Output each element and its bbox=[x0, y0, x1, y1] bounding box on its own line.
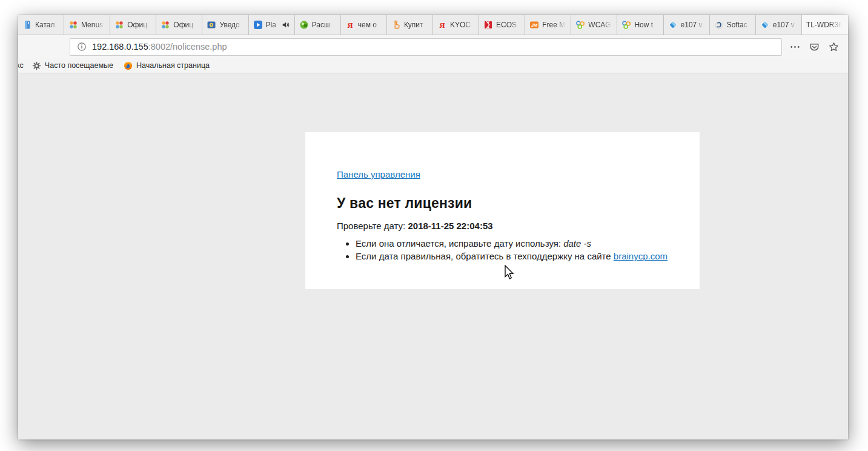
site-info-icon[interactable] bbox=[77, 42, 87, 52]
list-item: Если она отличается, исправьте дату испо… bbox=[356, 238, 668, 249]
tab-label: Купит bbox=[404, 21, 428, 29]
tab-15[interactable]: e107 v bbox=[664, 15, 710, 35]
tab-label: KYOC bbox=[450, 21, 474, 29]
joomla-icon bbox=[68, 20, 78, 30]
tab-label: e107 v bbox=[681, 21, 705, 29]
bullet2-text: Если дата правильная, обратитесь в техпо… bbox=[356, 251, 611, 261]
toolbar-action-icons bbox=[782, 42, 848, 52]
svg-text:Я: Я bbox=[347, 21, 353, 30]
url-bar[interactable]: 192.168.0.155:8002/nolicense.php bbox=[70, 38, 782, 56]
bookmark-item-clipped[interactable]: кс bbox=[18, 61, 24, 70]
tab-label: Pla bbox=[266, 21, 279, 29]
tab-label: Расш bbox=[312, 21, 336, 29]
check-date-value: 2018-11-25 22:04:53 bbox=[408, 221, 492, 231]
catalog-icon bbox=[22, 20, 32, 30]
yandex-icon: Я bbox=[437, 20, 447, 30]
tab-5[interactable]: Уведо bbox=[202, 15, 248, 35]
bookmark-item-1[interactable]: Часто посещаемые bbox=[32, 61, 113, 70]
bookmarks-bar: кс Часто посещаемыеНачальная страница bbox=[18, 58, 848, 73]
tab-label: Катал bbox=[35, 21, 59, 29]
tab-label: ECOS bbox=[496, 21, 520, 29]
svg-text:JM: JM bbox=[531, 22, 538, 28]
bookmark-label: Начальная страница bbox=[136, 61, 210, 70]
url-path: :8002/nolicense.php bbox=[148, 42, 227, 52]
url-host: 192.168.0.155 bbox=[92, 42, 148, 52]
badge-icon bbox=[207, 20, 216, 30]
check-date-label: Проверьте дату: bbox=[337, 221, 405, 231]
tab-16[interactable]: Softac bbox=[710, 15, 756, 35]
page-title: У вас нет лицензии bbox=[337, 195, 668, 212]
license-error-card: Панель управления У вас нет лицензии Про… bbox=[305, 132, 700, 289]
tab-1[interactable]: Катал bbox=[18, 15, 64, 35]
softaculous-icon bbox=[714, 20, 724, 30]
check-date-line: Проверьте дату: 2018-11-25 22:04:53 bbox=[337, 221, 668, 231]
control-panel-link[interactable]: Панель управления bbox=[337, 169, 420, 179]
tab-11[interactable]: ECOS bbox=[479, 15, 525, 35]
tab-label: Menus bbox=[81, 21, 105, 29]
tab-label: Офиц bbox=[173, 21, 197, 29]
bookmark-label: Часто посещаемые bbox=[45, 61, 113, 70]
kyocera-icon bbox=[483, 20, 493, 30]
tab-label: TL-WDR36 bbox=[806, 21, 844, 29]
tab-4[interactable]: Офиц bbox=[156, 15, 202, 35]
gear-icon bbox=[32, 61, 41, 70]
tab-14[interactable]: How t bbox=[617, 15, 663, 35]
tab-label: Уведо bbox=[219, 21, 244, 29]
tab-label: How t bbox=[634, 21, 658, 29]
tab-2[interactable]: Menus bbox=[64, 15, 110, 35]
tab-label: WCAG bbox=[588, 21, 612, 29]
jm-icon: JM bbox=[529, 20, 539, 30]
joomla-icon bbox=[161, 20, 170, 30]
bullet1-text: Если она отличается, исправьте дату испо… bbox=[356, 238, 561, 249]
tab-label: Softac bbox=[727, 21, 751, 29]
tab-10[interactable]: ЯKYOC bbox=[433, 15, 479, 35]
pocket-icon[interactable] bbox=[809, 42, 820, 52]
green-orb-icon bbox=[299, 20, 309, 30]
browser-window: КаталMenusОфицОфицУведоPlaРасшЯчем оКупи… bbox=[18, 15, 848, 439]
bookmark-label: кс bbox=[18, 61, 24, 70]
e107-icon bbox=[760, 20, 770, 30]
brainycp-link[interactable]: brainycp.com bbox=[614, 251, 668, 261]
yandex-icon: Я bbox=[345, 20, 355, 30]
tab-3[interactable]: Офиц bbox=[110, 15, 156, 35]
tab-6[interactable]: Pla bbox=[249, 15, 295, 35]
bookmark-items: Часто посещаемыеНачальная страница bbox=[24, 61, 210, 70]
bookmark-item-2[interactable]: Начальная страница bbox=[124, 61, 210, 70]
play-icon bbox=[253, 20, 263, 30]
tab-17[interactable]: e107 v bbox=[756, 15, 802, 35]
page-actions-icon[interactable] bbox=[790, 42, 800, 52]
tab-7[interactable]: Расш bbox=[295, 15, 341, 35]
bookmark-star-icon[interactable] bbox=[829, 42, 839, 52]
tab-label: e107 v bbox=[773, 21, 797, 29]
e107-icon bbox=[668, 20, 678, 30]
firefox-icon bbox=[124, 61, 133, 70]
list-item: Если дата правильная, обратитесь в техпо… bbox=[356, 251, 668, 261]
tab-label: Офиц bbox=[127, 21, 151, 29]
page-viewport: Панель управления У вас нет лицензии Про… bbox=[18, 73, 848, 439]
tab-12[interactable]: JMFree M bbox=[525, 15, 571, 35]
tab-label: чем о bbox=[358, 21, 382, 29]
instructions-list: Если она отличается, исправьте дату испо… bbox=[337, 238, 668, 261]
tab-strip: КаталMenusОфицОфицУведоPlaРасшЯчем оКупи… bbox=[18, 15, 848, 35]
hand-click-icon bbox=[391, 20, 401, 30]
svg-text:Я: Я bbox=[439, 21, 445, 30]
tab-label: Free M bbox=[542, 21, 566, 29]
circles-icon bbox=[621, 20, 631, 30]
tab-8[interactable]: Ячем о bbox=[341, 15, 387, 35]
tab-18[interactable]: TL-WDR36 bbox=[802, 15, 848, 35]
circles-icon bbox=[575, 20, 585, 30]
url-text[interactable]: 192.168.0.155:8002/nolicense.php bbox=[92, 42, 227, 52]
tab-9[interactable]: Купит bbox=[387, 15, 433, 35]
tab-audio-icon[interactable] bbox=[282, 21, 290, 29]
navigation-toolbar: 192.168.0.155:8002/nolicense.php bbox=[18, 35, 848, 58]
tab-13[interactable]: WCAG bbox=[571, 15, 617, 35]
bullet1-command: date -s bbox=[563, 238, 591, 249]
joomla-icon bbox=[114, 20, 124, 30]
